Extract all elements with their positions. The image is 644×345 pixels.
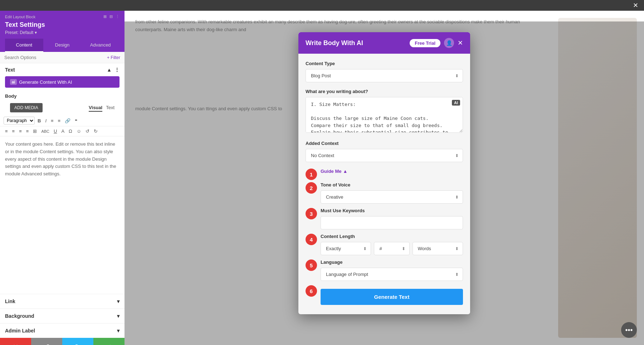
step-2-circle: 2 [306,182,317,194]
modal-title: Write Body With AI [306,39,363,47]
fullscreen-icon[interactable]: ⊞ [103,14,107,19]
redo-icon: ↻ [75,343,80,345]
cancel-icon: ✕ [13,343,18,345]
columns-icon[interactable]: ⊟ [109,14,113,19]
text-tab[interactable]: Text [106,104,114,112]
step-3-circle: 3 [306,208,317,219]
guide-me-link[interactable]: Guide Me ▲ [321,169,463,174]
content-type-select[interactable]: Blog Post Article Product Description [306,69,463,82]
abbr-button[interactable]: ABC [40,128,51,134]
color-button[interactable]: A [60,128,66,135]
edit-layout-label: Edit Layout Block [5,15,35,19]
tab-design[interactable]: Design [43,39,82,52]
content-type-label: Content Type [306,61,463,66]
numbered-list-button[interactable]: ≡ [57,117,62,124]
save-button[interactable]: ✓ [93,338,125,345]
quote-button[interactable]: ❝ [73,117,79,124]
collapse-icon[interactable]: ▲ [107,67,112,73]
added-context-select[interactable]: No Context Page Content Custom [306,149,463,162]
admin-label-section[interactable]: Admin Label ▾ [0,323,125,338]
tab-content[interactable]: Content [5,39,43,52]
write-body-modal: Write Body With AI Free Trial 👤 ✕ Conten… [298,32,470,314]
table-button[interactable]: ⊞ [31,128,38,135]
visual-tab[interactable]: Visual [89,104,102,112]
link-button[interactable]: 🔗 [63,117,72,124]
background-section[interactable]: Background ▾ [0,308,125,323]
preset-label[interactable]: Preset: Default ▾ [5,30,119,39]
guide-me-arrow-icon: ▲ [343,169,348,174]
keywords-label: Must Use Keywords [321,208,463,213]
tone-of-voice-label: Tone of Voice [321,182,463,188]
modal-overlay: Write Body With AI Free Trial 👤 ✕ Conten… [125,21,644,345]
align-justify-button[interactable]: ≡ [25,128,30,135]
emoji-button[interactable]: ☺ [75,128,83,135]
content-length-label: Content Length [321,234,463,239]
number-select[interactable]: # 100 200 500 [374,242,409,255]
align-left-button[interactable]: ≡ [4,128,9,135]
undo-icon: ↺ [44,343,49,345]
language-label: Language [321,259,463,265]
text-section-label: Text [5,67,15,73]
writing-about-textarea[interactable]: I. Size Matters: Discuss the large size … [306,97,463,133]
ai-textarea-badge: AI [452,100,460,106]
added-context-label: Added Context [306,141,463,146]
link-section[interactable]: Link ▾ [0,294,125,308]
more-options-icon[interactable]: ⋮ [116,14,119,19]
underline-button[interactable]: U [52,128,58,135]
tone-of-voice-select[interactable]: Creative Professional Casual Formal [321,190,463,204]
user-avatar: 👤 [444,38,454,48]
redo-button[interactable]: ↻ [92,128,99,135]
content-text: Your content goes here. Edit or remove t… [5,141,116,176]
undo-bottom-button[interactable]: ↺ [31,338,62,345]
section-more-icon[interactable]: ⋮ [114,67,119,73]
cancel-button[interactable]: ✕ [0,338,31,345]
generate-content-ai-button[interactable]: ai Generate Content With AI [5,76,119,88]
ai-button-label: Generate Content With AI [19,79,72,85]
tab-advanced[interactable]: Advanced [81,39,119,52]
admin-label-text: Admin Label [5,328,35,334]
admin-label-chevron-icon: ▾ [117,328,119,334]
background-chevron-icon: ▾ [117,313,119,319]
bold-button[interactable]: B [36,117,42,124]
bullet-list-button[interactable]: ≡ [49,117,55,124]
link-label: Link [5,298,15,304]
keywords-input[interactable] [321,216,463,229]
body-content-area: Your content goes here. Edit or remove t… [0,136,125,294]
free-trial-badge: Free Trial [410,39,440,47]
ai-icon: ai [10,79,17,85]
background-label: Background [5,313,34,319]
language-select[interactable]: Language of Prompt English Spanish Frenc… [321,268,463,281]
step-1-circle: 1 [306,169,317,180]
panel-title: Text Settings [5,21,119,30]
writing-about-label: What are you writing about? [306,89,463,94]
floating-dots-button[interactable]: ••• [621,322,637,338]
body-label: Body [0,91,125,100]
step-4-circle: 4 [306,234,317,245]
redo-bottom-button[interactable]: ↻ [62,338,93,345]
undo-button[interactable]: ↺ [84,128,91,135]
words-select[interactable]: Words Sentences Paragraphs [413,242,463,255]
filter-button[interactable]: + Filter [107,55,120,60]
dots-icon: ••• [625,326,633,334]
step-5-circle: 5 [306,259,317,271]
close-window-icon[interactable]: ✕ [633,1,638,9]
paragraph-select[interactable]: Paragraph [4,117,35,125]
generate-text-button[interactable]: Generate Text [321,289,463,305]
link-chevron-icon: ▾ [117,298,119,304]
save-icon: ✓ [106,343,112,345]
step-6-circle: 6 [306,285,317,297]
italic-button[interactable]: I [44,117,48,124]
modal-close-button[interactable]: ✕ [458,39,463,47]
align-center-button[interactable]: ≡ [11,128,16,135]
search-input[interactable] [4,55,107,60]
add-media-button[interactable]: ADD MEDIA [10,103,43,112]
align-right-button[interactable]: ≡ [18,128,23,135]
exactly-select[interactable]: Exactly At least At most About [321,242,371,255]
special-chars-button[interactable]: Ω [67,128,74,135]
